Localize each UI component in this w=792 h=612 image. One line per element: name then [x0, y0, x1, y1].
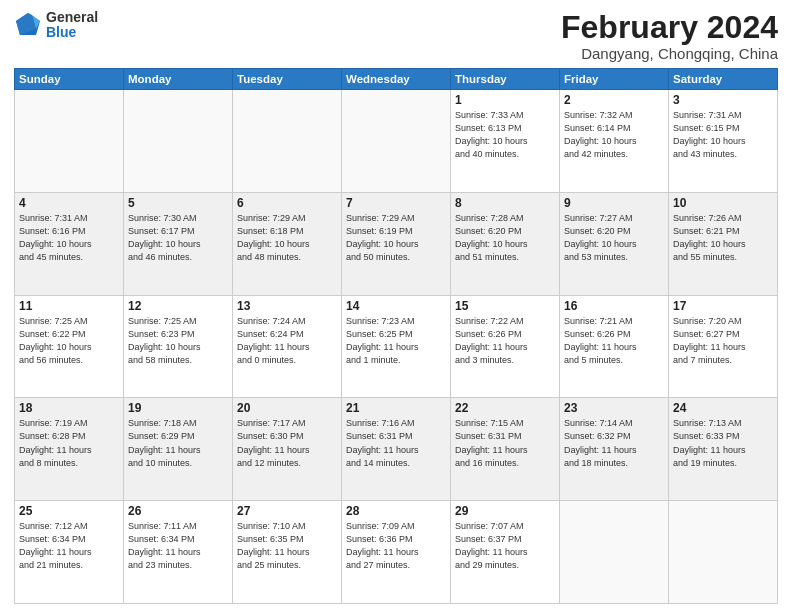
table-row — [669, 501, 778, 604]
day-info: Sunrise: 7:21 AMSunset: 6:26 PMDaylight:… — [564, 315, 664, 367]
day-number: 25 — [19, 504, 119, 518]
day-info: Sunrise: 7:22 AMSunset: 6:26 PMDaylight:… — [455, 315, 555, 367]
day-number: 8 — [455, 196, 555, 210]
day-number: 1 — [455, 93, 555, 107]
logo-blue-text: Blue — [46, 25, 98, 40]
table-row: 16Sunrise: 7:21 AMSunset: 6:26 PMDayligh… — [560, 295, 669, 398]
table-row — [233, 90, 342, 193]
day-info: Sunrise: 7:17 AMSunset: 6:30 PMDaylight:… — [237, 417, 337, 469]
calendar-week-row: 4Sunrise: 7:31 AMSunset: 6:16 PMDaylight… — [15, 192, 778, 295]
table-row: 25Sunrise: 7:12 AMSunset: 6:34 PMDayligh… — [15, 501, 124, 604]
col-sunday: Sunday — [15, 69, 124, 90]
title-location: Dangyang, Chongqing, China — [561, 45, 778, 62]
day-info: Sunrise: 7:11 AMSunset: 6:34 PMDaylight:… — [128, 520, 228, 572]
logo: General Blue — [14, 10, 98, 41]
day-number: 9 — [564, 196, 664, 210]
day-info: Sunrise: 7:31 AMSunset: 6:16 PMDaylight:… — [19, 212, 119, 264]
day-number: 26 — [128, 504, 228, 518]
day-info: Sunrise: 7:20 AMSunset: 6:27 PMDaylight:… — [673, 315, 773, 367]
header: General Blue February 2024 Dangyang, Cho… — [14, 10, 778, 62]
day-info: Sunrise: 7:26 AMSunset: 6:21 PMDaylight:… — [673, 212, 773, 264]
table-row: 10Sunrise: 7:26 AMSunset: 6:21 PMDayligh… — [669, 192, 778, 295]
logo-icon — [14, 11, 42, 39]
calendar-week-row: 25Sunrise: 7:12 AMSunset: 6:34 PMDayligh… — [15, 501, 778, 604]
day-info: Sunrise: 7:10 AMSunset: 6:35 PMDaylight:… — [237, 520, 337, 572]
day-info: Sunrise: 7:09 AMSunset: 6:36 PMDaylight:… — [346, 520, 446, 572]
table-row: 11Sunrise: 7:25 AMSunset: 6:22 PMDayligh… — [15, 295, 124, 398]
day-info: Sunrise: 7:16 AMSunset: 6:31 PMDaylight:… — [346, 417, 446, 469]
day-number: 13 — [237, 299, 337, 313]
day-info: Sunrise: 7:32 AMSunset: 6:14 PMDaylight:… — [564, 109, 664, 161]
table-row: 26Sunrise: 7:11 AMSunset: 6:34 PMDayligh… — [124, 501, 233, 604]
day-info: Sunrise: 7:19 AMSunset: 6:28 PMDaylight:… — [19, 417, 119, 469]
table-row: 13Sunrise: 7:24 AMSunset: 6:24 PMDayligh… — [233, 295, 342, 398]
day-number: 15 — [455, 299, 555, 313]
day-number: 21 — [346, 401, 446, 415]
col-friday: Friday — [560, 69, 669, 90]
table-row: 9Sunrise: 7:27 AMSunset: 6:20 PMDaylight… — [560, 192, 669, 295]
table-row: 12Sunrise: 7:25 AMSunset: 6:23 PMDayligh… — [124, 295, 233, 398]
title-month: February 2024 — [561, 10, 778, 45]
day-info: Sunrise: 7:27 AMSunset: 6:20 PMDaylight:… — [564, 212, 664, 264]
day-info: Sunrise: 7:29 AMSunset: 6:19 PMDaylight:… — [346, 212, 446, 264]
day-info: Sunrise: 7:13 AMSunset: 6:33 PMDaylight:… — [673, 417, 773, 469]
day-info: Sunrise: 7:25 AMSunset: 6:22 PMDaylight:… — [19, 315, 119, 367]
day-number: 11 — [19, 299, 119, 313]
day-info: Sunrise: 7:29 AMSunset: 6:18 PMDaylight:… — [237, 212, 337, 264]
table-row: 20Sunrise: 7:17 AMSunset: 6:30 PMDayligh… — [233, 398, 342, 501]
table-row: 29Sunrise: 7:07 AMSunset: 6:37 PMDayligh… — [451, 501, 560, 604]
calendar-week-row: 1Sunrise: 7:33 AMSunset: 6:13 PMDaylight… — [15, 90, 778, 193]
calendar-header-row: Sunday Monday Tuesday Wednesday Thursday… — [15, 69, 778, 90]
day-info: Sunrise: 7:23 AMSunset: 6:25 PMDaylight:… — [346, 315, 446, 367]
table-row: 6Sunrise: 7:29 AMSunset: 6:18 PMDaylight… — [233, 192, 342, 295]
table-row: 24Sunrise: 7:13 AMSunset: 6:33 PMDayligh… — [669, 398, 778, 501]
col-wednesday: Wednesday — [342, 69, 451, 90]
table-row: 3Sunrise: 7:31 AMSunset: 6:15 PMDaylight… — [669, 90, 778, 193]
table-row — [342, 90, 451, 193]
col-thursday: Thursday — [451, 69, 560, 90]
page: General Blue February 2024 Dangyang, Cho… — [0, 0, 792, 612]
day-number: 2 — [564, 93, 664, 107]
col-tuesday: Tuesday — [233, 69, 342, 90]
calendar-week-row: 18Sunrise: 7:19 AMSunset: 6:28 PMDayligh… — [15, 398, 778, 501]
day-info: Sunrise: 7:33 AMSunset: 6:13 PMDaylight:… — [455, 109, 555, 161]
logo-text: General Blue — [46, 10, 98, 41]
title-block: February 2024 Dangyang, Chongqing, China — [561, 10, 778, 62]
day-number: 19 — [128, 401, 228, 415]
table-row: 7Sunrise: 7:29 AMSunset: 6:19 PMDaylight… — [342, 192, 451, 295]
day-number: 14 — [346, 299, 446, 313]
table-row: 27Sunrise: 7:10 AMSunset: 6:35 PMDayligh… — [233, 501, 342, 604]
calendar-week-row: 11Sunrise: 7:25 AMSunset: 6:22 PMDayligh… — [15, 295, 778, 398]
table-row — [124, 90, 233, 193]
day-info: Sunrise: 7:31 AMSunset: 6:15 PMDaylight:… — [673, 109, 773, 161]
table-row: 8Sunrise: 7:28 AMSunset: 6:20 PMDaylight… — [451, 192, 560, 295]
day-number: 27 — [237, 504, 337, 518]
table-row — [560, 501, 669, 604]
day-number: 23 — [564, 401, 664, 415]
table-row: 5Sunrise: 7:30 AMSunset: 6:17 PMDaylight… — [124, 192, 233, 295]
day-number: 20 — [237, 401, 337, 415]
day-info: Sunrise: 7:30 AMSunset: 6:17 PMDaylight:… — [128, 212, 228, 264]
table-row: 15Sunrise: 7:22 AMSunset: 6:26 PMDayligh… — [451, 295, 560, 398]
day-number: 4 — [19, 196, 119, 210]
table-row: 19Sunrise: 7:18 AMSunset: 6:29 PMDayligh… — [124, 398, 233, 501]
table-row: 18Sunrise: 7:19 AMSunset: 6:28 PMDayligh… — [15, 398, 124, 501]
table-row: 17Sunrise: 7:20 AMSunset: 6:27 PMDayligh… — [669, 295, 778, 398]
day-number: 12 — [128, 299, 228, 313]
day-number: 18 — [19, 401, 119, 415]
day-number: 7 — [346, 196, 446, 210]
day-number: 24 — [673, 401, 773, 415]
day-info: Sunrise: 7:28 AMSunset: 6:20 PMDaylight:… — [455, 212, 555, 264]
day-number: 16 — [564, 299, 664, 313]
day-number: 10 — [673, 196, 773, 210]
day-info: Sunrise: 7:14 AMSunset: 6:32 PMDaylight:… — [564, 417, 664, 469]
table-row: 2Sunrise: 7:32 AMSunset: 6:14 PMDaylight… — [560, 90, 669, 193]
table-row — [15, 90, 124, 193]
day-info: Sunrise: 7:12 AMSunset: 6:34 PMDaylight:… — [19, 520, 119, 572]
table-row: 23Sunrise: 7:14 AMSunset: 6:32 PMDayligh… — [560, 398, 669, 501]
col-saturday: Saturday — [669, 69, 778, 90]
calendar-table: Sunday Monday Tuesday Wednesday Thursday… — [14, 68, 778, 604]
day-number: 28 — [346, 504, 446, 518]
day-number: 22 — [455, 401, 555, 415]
day-number: 6 — [237, 196, 337, 210]
